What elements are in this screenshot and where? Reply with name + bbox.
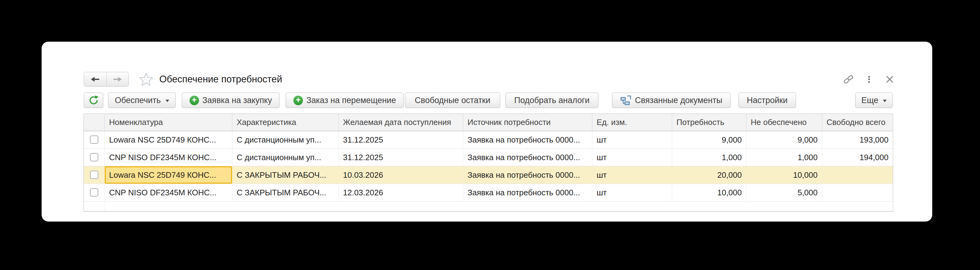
chevron-down-icon (165, 100, 169, 102)
cell-need-source[interactable]: Заявка на потребность 0000... (463, 166, 592, 184)
find-analogs-label: Подобрать аналоги (514, 96, 590, 105)
row-checkbox[interactable] (90, 171, 98, 179)
page-title: Обеспечение потребностей (159, 72, 282, 87)
linked-documents-button[interactable]: Связанные документы (612, 93, 731, 108)
cell-free-total[interactable]: 194,000 (822, 149, 893, 166)
get-link-icon[interactable] (843, 74, 854, 85)
cell-need[interactable]: 20,000 (672, 166, 746, 184)
cell-characteristic[interactable]: С ЗАКРЫТЫМ РАБОЧ... (232, 166, 339, 184)
header-free-total[interactable]: Свободно всего (822, 114, 893, 131)
header-need[interactable]: Потребность (672, 114, 746, 131)
kebab-menu-icon[interactable] (864, 74, 875, 85)
refresh-button[interactable] (84, 93, 103, 108)
linked-documents-label: Связанные документы (635, 96, 722, 105)
header-checkbox-column[interactable] (84, 114, 105, 131)
favorite-star-icon[interactable] (139, 72, 153, 86)
plus-icon: + (293, 96, 303, 105)
header-unit[interactable]: Ед. изм. (592, 114, 672, 131)
cell-characteristic[interactable]: С дистанционным уп... (232, 149, 339, 166)
header-need-source[interactable]: Источник потребности (463, 114, 592, 131)
table-empty-area (84, 201, 893, 211)
row-checkbox[interactable] (90, 188, 98, 197)
cell-nomenclature[interactable]: CNP NISO DF2345M КОНС... (105, 149, 232, 166)
cell-need-source[interactable]: Заявка на потребность 0000... (463, 149, 592, 166)
more-label: Еще (861, 96, 878, 105)
row-checkbox[interactable] (90, 136, 98, 144)
table-row[interactable]: Lowara NSC 25D749 КОНС... С дистанционны… (84, 131, 893, 149)
header-nomenclature[interactable]: Номенклатура (105, 114, 232, 131)
purchase-request-label: Заявка на закупку (202, 96, 272, 105)
cell-unit[interactable]: шт (592, 149, 672, 166)
transfer-order-button[interactable]: + Заказ на перемещение (286, 93, 404, 108)
cell-need-source[interactable]: Заявка на потребность 0000... (463, 131, 592, 149)
cell-unit[interactable]: шт (592, 184, 672, 201)
free-stock-label: Свободные остатки (415, 96, 490, 105)
cell-characteristic[interactable]: С ЗАКРЫТЫМ РАБОЧ... (232, 184, 339, 201)
cell-nomenclature[interactable]: Lowara NSC 25D749 КОНС... (105, 131, 232, 149)
table-header-row: Номенклатура Характеристика Желаемая дат… (84, 114, 893, 131)
header-desired-date[interactable]: Желаемая дата поступления (339, 114, 463, 131)
cell-desired-date[interactable]: 12.03.2026 (339, 184, 463, 201)
refresh-icon (88, 95, 99, 105)
table-row[interactable]: CNP NISO DF2345M КОНС... С ЗАКРЫТЫМ РАБО… (84, 184, 893, 201)
header-unsecured[interactable]: Не обеспечено (746, 114, 822, 131)
cell-unsecured[interactable]: 1,000 (746, 149, 822, 166)
needs-table: Номенклатура Характеристика Желаемая дат… (84, 113, 893, 212)
cell-characteristic[interactable]: С дистанционным уп... (232, 131, 339, 149)
cell-nomenclature[interactable]: CNP NISO DF2345M КОНС... (105, 184, 232, 201)
cell-unsecured[interactable]: 9,000 (746, 131, 822, 149)
cell-need-source[interactable]: Заявка на потребность 0000... (463, 184, 592, 201)
row-checkbox[interactable] (90, 153, 98, 161)
forward-button[interactable] (106, 72, 129, 86)
cell-need[interactable]: 9,000 (672, 131, 746, 149)
cell-unsecured[interactable]: 10,000 (746, 166, 822, 184)
forward-arrow-icon (112, 75, 123, 83)
cell-need[interactable]: 1,000 (672, 149, 746, 166)
find-analogs-button[interactable]: Подобрать аналоги (506, 93, 598, 108)
more-button[interactable]: Еще (855, 93, 893, 108)
cell-checkbox (84, 131, 105, 149)
cell-checkbox (84, 166, 105, 184)
cell-unit[interactable]: шт (592, 166, 672, 184)
cell-desired-date[interactable]: 31.12.2025 (339, 149, 463, 166)
settings-label: Настройки (747, 96, 788, 105)
close-icon[interactable] (884, 74, 895, 85)
nav-history-group (84, 72, 129, 87)
plus-icon: + (189, 96, 199, 105)
window-controls (843, 74, 895, 85)
transfer-order-label: Заказ на перемещение (306, 96, 396, 105)
settings-button[interactable]: Настройки (738, 93, 796, 108)
cell-free-total[interactable]: 193,000 (822, 131, 893, 149)
cell-free-total[interactable] (822, 184, 893, 201)
cell-unsecured[interactable]: 5,000 (746, 184, 822, 201)
back-button[interactable] (84, 72, 106, 86)
linked-documents-icon (620, 95, 632, 105)
free-stock-button[interactable]: Свободные остатки (405, 93, 500, 108)
back-arrow-icon (90, 75, 100, 83)
header-characteristic[interactable]: Характеристика (232, 114, 339, 131)
purchase-request-button[interactable]: + Заявка на закупку (182, 93, 280, 108)
provide-button[interactable]: Обеспечить (108, 93, 176, 108)
cell-desired-date[interactable]: 10.03.2026 (339, 166, 463, 184)
cell-need[interactable]: 10,000 (672, 184, 746, 201)
cell-nomenclature-active[interactable]: Lowara NSC 25D749 КОНС... (105, 166, 232, 184)
cell-unit[interactable]: шт (592, 131, 672, 149)
app-window: Обеспечение потребностей Обе (41, 42, 932, 222)
cell-checkbox (84, 149, 105, 166)
table-row-selected[interactable]: Lowara NSC 25D749 КОНС... С ЗАКРЫТЫМ РАБ… (84, 166, 893, 184)
cell-desired-date[interactable]: 31.12.2025 (339, 131, 463, 149)
cell-checkbox (84, 184, 105, 201)
provide-label: Обеспечить (115, 96, 161, 105)
cell-free-total[interactable] (822, 166, 893, 184)
table-row[interactable]: CNP NISO DF2345M КОНС... С дистанционным… (84, 149, 893, 166)
chevron-down-icon (883, 100, 887, 102)
